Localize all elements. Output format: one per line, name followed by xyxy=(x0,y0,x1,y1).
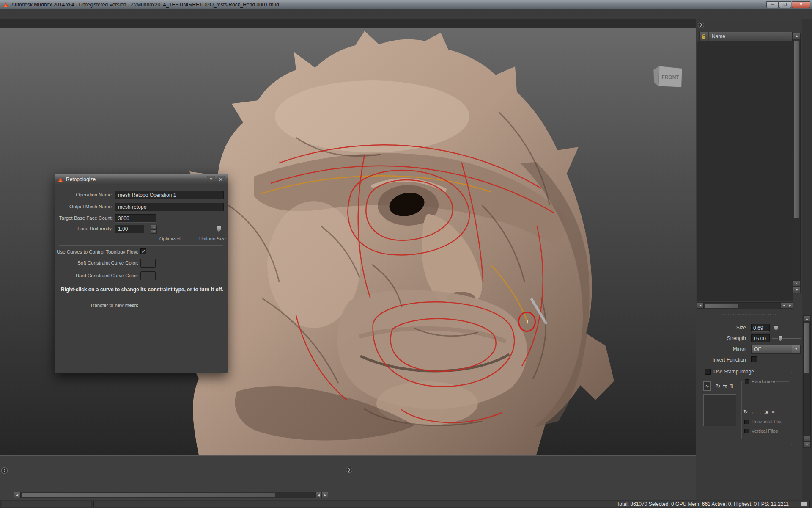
scroll-up-icon[interactable]: ▲ xyxy=(793,33,801,39)
scroll-up-icon[interactable]: ▲ xyxy=(803,315,811,322)
horizontal-flip-checkbox[interactable]: ✓ xyxy=(744,420,749,424)
rotate-icon[interactable]: ↻ xyxy=(743,409,751,415)
status-bar: Total: 861070 Selected: 0 GPU Mem: 661 A… xyxy=(0,500,812,508)
chevron-down-icon[interactable]: ▼ xyxy=(792,345,800,353)
use-curves-label: Use Curves to Control Topology Flow: xyxy=(57,249,138,254)
face-uniformity-input[interactable] xyxy=(115,225,144,233)
dialog-mudbox-icon xyxy=(58,177,63,182)
output-mesh-input[interactable] xyxy=(115,203,224,211)
scene-tree xyxy=(697,41,793,301)
close-button[interactable]: ✕ xyxy=(792,1,810,8)
slider-handle[interactable] xyxy=(217,226,221,232)
dialog-separator xyxy=(59,245,223,246)
strength-input[interactable] xyxy=(751,334,770,342)
status-indicator-chip xyxy=(801,502,807,506)
arrow-vertical-icon[interactable]: ↕ xyxy=(759,409,764,415)
mudbox-logo-icon xyxy=(3,2,9,8)
horizontal-flip-label: Horizontal Flip xyxy=(752,419,781,424)
optimized-label: Optimized xyxy=(159,236,181,241)
scale-icon[interactable]: ⇲ xyxy=(764,409,771,415)
object-list-panel: ❯ Name ▲ ▲ ▼ ◀ ◀ ▶ :::::::::::::::::::::… xyxy=(696,19,802,500)
square-swatch-icon[interactable]: ■ xyxy=(771,409,777,415)
dialog-title: Retopologize xyxy=(66,177,206,182)
scroll-right-icon[interactable]: ▶ xyxy=(322,492,328,498)
rotate-icon[interactable]: ↻ xyxy=(716,383,723,389)
stamp-curve-icon[interactable]: ∿ xyxy=(703,381,711,391)
restore-button[interactable]: ❐ xyxy=(779,1,791,8)
use-stamp-image-checkbox[interactable]: ✓ xyxy=(705,369,711,375)
dialog-title-bar[interactable]: Retopologize ? ✕ xyxy=(55,174,228,185)
scroll-down-icon[interactable]: ▼ xyxy=(803,442,811,448)
mudbox-window: Autodesk Mudbox 2014 x64 - Unregistered … xyxy=(0,0,812,508)
cursor-crosshair: ✛ xyxy=(526,319,529,323)
tools-scrollbar[interactable]: ◀ ◀ ▶ xyxy=(14,492,335,498)
hard-color-label: Hard Constraint Curve Color: xyxy=(76,273,138,278)
scroll-left-icon[interactable]: ◀ xyxy=(781,302,787,309)
presets-panel: ❯ xyxy=(343,455,696,500)
side-tab-strip: ▲ ▲ ▼ xyxy=(802,19,812,500)
lock-icon[interactable] xyxy=(699,32,708,41)
dialog-separator xyxy=(59,353,223,353)
menu-bar xyxy=(0,9,812,19)
tray-expander-icon[interactable]: ❯ xyxy=(1,467,8,474)
scroll-up-icon[interactable]: ▲ xyxy=(793,280,801,287)
face-uniformity-stepper[interactable]: ▲▼ xyxy=(151,225,157,233)
tree-vertical-scrollbar[interactable]: ▲ ▲ ▼ xyxy=(793,33,801,301)
vertical-flip-checkbox[interactable]: ✓ xyxy=(744,429,749,433)
soft-constraint-color-swatch[interactable] xyxy=(140,259,156,268)
mirror-label: Mirror xyxy=(733,346,746,352)
vertical-flip-label: Vertical Flips xyxy=(752,428,778,433)
flip-vertical-icon[interactable]: ⇅ xyxy=(730,383,736,389)
transfer-label: Transfer to new mesh: xyxy=(90,303,138,308)
dialog-separator xyxy=(59,298,223,298)
dialog-close-icon[interactable]: ✕ xyxy=(217,176,225,183)
use-curves-checkbox[interactable]: ✓ xyxy=(140,248,146,254)
arrow-horizontal-icon[interactable]: ↔ xyxy=(751,409,759,415)
title-bar[interactable]: Autodesk Mudbox 2014 x64 - Unregistered … xyxy=(0,0,812,9)
size-slider[interactable] xyxy=(772,324,801,332)
scene-statistics: Total: 861070 Selected: 0 GPU Mem: 661 A… xyxy=(617,501,789,507)
face-uniformity-slider[interactable] xyxy=(159,225,222,233)
face-count-input[interactable] xyxy=(115,214,156,223)
stamp-preview-box[interactable] xyxy=(703,394,736,426)
tree-horizontal-scrollbar[interactable]: ◀ ◀ ▶ xyxy=(697,302,793,309)
operation-name-input[interactable] xyxy=(115,191,224,199)
status-main-box: Total: 861070 Selected: 0 GPU Mem: 661 A… xyxy=(93,501,810,507)
presets-expander-icon[interactable]: ❯ xyxy=(346,467,352,473)
strength-label: Strength xyxy=(727,335,746,341)
face-uniformity-label: Face Uniformity: xyxy=(77,226,113,231)
use-stamp-image-label: Use Stamp Image xyxy=(713,369,754,375)
scroll-right-icon[interactable]: ▶ xyxy=(787,302,793,309)
panel-splitter[interactable]: ::::::::::::::::::::::::::::::::::::::::… xyxy=(721,313,776,316)
strength-slider[interactable] xyxy=(772,334,801,342)
status-left-box xyxy=(2,501,91,507)
properties-scrollbar[interactable]: ▲ ▲ ▼ xyxy=(803,315,811,455)
uniform-size-label: Uniform Size xyxy=(199,236,226,241)
scroll-up-icon[interactable]: ▲ xyxy=(803,435,811,442)
mirror-dropdown[interactable]: Off ▼ xyxy=(751,345,801,354)
operation-name-label: Operation Name: xyxy=(76,192,113,197)
view-cube-label: FRONT xyxy=(661,75,679,80)
scroll-left-icon[interactable]: ◀ xyxy=(315,492,322,498)
invert-function-checkbox[interactable]: ✓ xyxy=(751,356,757,362)
panel-expander-icon[interactable]: ❯ xyxy=(698,22,704,28)
view-cube[interactable]: FRONT xyxy=(650,61,686,91)
hard-constraint-color-swatch[interactable] xyxy=(140,271,156,280)
scroll-down-icon[interactable]: ▼ xyxy=(793,287,801,293)
use-stamp-image-group: ✓ Use Stamp Image ∿ ↻⇆⇅ ✓ Randomize ↻↔↕⇲… xyxy=(700,372,792,445)
minimize-button[interactable]: — xyxy=(766,1,779,8)
scroll-left-icon[interactable]: ◀ xyxy=(14,492,20,498)
dialog-help-icon[interactable]: ? xyxy=(207,176,215,183)
randomize-group: ✓ Randomize ↻↔↕⇲■ ✓ Horizontal Flip ✓ Ve… xyxy=(741,381,789,439)
flip-horizontal-icon[interactable]: ⇆ xyxy=(723,383,730,389)
view-tab-bar xyxy=(0,19,696,28)
size-input[interactable] xyxy=(751,324,770,332)
retopologize-dialog: Retopologize ? ✕ Operation Name: Output … xyxy=(55,174,228,373)
randomize-label: Randomize xyxy=(752,379,775,384)
tree-header-name[interactable]: Name xyxy=(709,32,793,41)
soft-color-label: Soft Constraint Curve Color: xyxy=(77,260,138,265)
face-count-label: Target Base Face Count: xyxy=(59,215,113,221)
window-title: Autodesk Mudbox 2014 x64 - Unregistered … xyxy=(11,2,766,8)
scroll-left-icon[interactable]: ◀ xyxy=(697,302,703,309)
randomize-checkbox[interactable]: ✓ xyxy=(745,379,749,384)
